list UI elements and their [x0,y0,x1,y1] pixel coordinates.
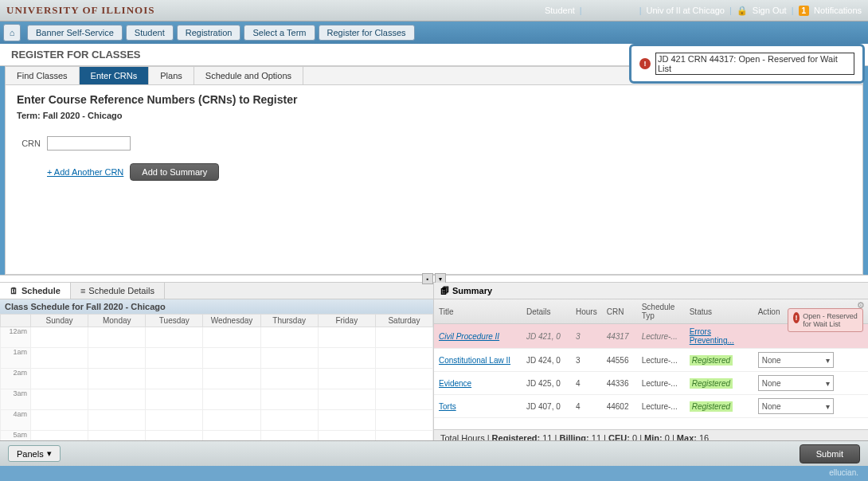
tab-schedule-details-label: Schedule Details [88,286,154,295]
tab-schedule-details[interactable]: ≡Schedule Details [71,283,165,299]
notification-count[interactable]: 1 [799,6,810,16]
status-registered: Registered [690,401,733,412]
row-error-tooltip: ! Open - Reserved for Wait List [788,308,863,332]
action-select[interactable]: None▾ [758,352,834,368]
separator: | [729,6,732,15]
add-to-summary-button[interactable]: Add to Summary [130,163,219,181]
main-panel: Find Classes Enter CRNs Plans Schedule a… [5,66,863,275]
course-stype: Lecture-... [637,395,685,418]
day-header: Thursday [260,315,318,327]
course-details: JD 425, 0 [522,372,571,395]
day-header: Monday [88,315,146,327]
schedule-tabs: 🗓Schedule ≡Schedule Details [0,283,433,299]
time-label: 2am [1,369,31,389]
notifications-link[interactable]: Notifications [814,6,862,15]
action-value: None [762,356,781,365]
calendar-table: Sunday Monday Tuesday Wednesday Thursday… [0,314,433,446]
crumb[interactable]: Registration [177,25,241,41]
summary-icon: 🗐 [440,286,449,295]
tab-find-classes[interactable]: Find Classes [6,67,80,84]
lower-panels: 🗓Schedule ≡Schedule Details Class Schedu… [0,283,868,446]
error-icon: ! [793,312,800,323]
content-area: Enter Course Reference Numbers (CRNs) to… [6,85,862,274]
course-details: JD 424, 0 [522,349,571,372]
course-stype: Lecture-... [637,372,685,395]
crn-label: CRN [17,139,41,148]
day-header: Sunday [31,315,88,327]
course-hours: 3 [571,349,602,372]
crumb[interactable]: Register for Classes [319,25,415,41]
status-registered: Registered [690,355,733,366]
calendar-grid[interactable]: Sunday Monday Tuesday Wednesday Thursday… [0,314,433,446]
crn-actions: + Add Another CRN Add to Summary [17,163,851,181]
tab-plans[interactable]: Plans [149,67,194,84]
calendar-icon: 🗓 [10,286,18,295]
table-row: Evidence JD 425, 0 4 44336 Lecture-... R… [434,372,868,395]
col-crn: CRN [602,299,637,324]
top-bar: UNIVERSITY OF ILLINOIS Student | | Univ … [0,0,868,22]
course-hours: 4 [571,395,602,418]
action-value: None [762,402,781,411]
table-row: Torts JD 407, 0 4 44602 Lecture-... Regi… [434,395,868,418]
summary-panel: 🗐 Summary ⚙ Title Details Hours CRN Sche… [434,283,868,446]
tab-schedule-options[interactable]: Schedule and Options [194,67,303,84]
chevron-down-icon: ▾ [47,448,52,459]
course-crn: 44556 [602,349,637,372]
list-icon: ≡ [80,286,85,295]
brand: UNIVERSITY OF ILLINOIS [6,4,154,17]
crumb[interactable]: Banner Self-Service [27,25,123,41]
course-title[interactable]: Constitutional Law II [434,349,522,372]
course-crn: 44602 [602,395,637,418]
time-label: 3am [1,389,31,410]
status-registered: Registered [690,378,733,389]
table-row: Constitutional Law II JD 424, 0 3 44556 … [434,349,868,372]
add-another-crn-link[interactable]: + Add Another CRN [47,167,123,177]
crn-row: CRN [17,136,851,151]
crn-input[interactable] [47,136,131,151]
course-hours: 4 [571,372,602,395]
vendor-footer: ellucian. [0,466,868,481]
status-error[interactable]: Errors Preventing... [690,327,734,345]
col-details: Details [522,299,571,324]
course-title[interactable]: Civil Procedure II [434,324,522,349]
notification-message: JD 421 CRN 44317: Open - Reserved for Wa… [655,53,854,75]
course-title[interactable]: Evidence [434,372,522,395]
row-error-text: Open - Reserved for Wait List [803,312,858,328]
campus-link[interactable]: Univ of Il at Chicago [647,6,725,15]
submit-button[interactable]: Submit [800,444,860,463]
chevron-down-icon: ▾ [826,379,830,388]
time-label: 12am [1,327,31,348]
panels-label: Panels [17,449,44,459]
time-label: 4am [1,410,31,431]
term-label: Term: Fall 2020 - Chicago [17,111,851,120]
chevron-up-icon[interactable]: ▪ [422,273,433,284]
chevron-down-icon: ▾ [826,402,830,411]
signout-link[interactable]: Sign Out [753,6,787,15]
breadcrumb-bar: ⌂ Banner Self-Service Student Registrati… [0,22,868,44]
error-icon: ! [639,58,651,69]
crumb[interactable]: Student [126,25,174,41]
panels-button[interactable]: Panels▾ [8,445,61,462]
tab-schedule[interactable]: 🗓Schedule [0,283,71,299]
action-select[interactable]: None▾ [758,398,834,414]
course-crn: 44336 [602,372,637,395]
course-details: JD 421, 0 [522,324,571,349]
tab-schedule-label: Schedule [22,286,61,295]
content-heading: Enter Course Reference Numbers (CRNs) to… [17,93,851,106]
top-links: Student | | Univ of Il at Chicago | 🔒 Si… [545,6,862,16]
col-hours: Hours [571,299,602,324]
col-schedule-type: Schedule Typ [637,299,685,324]
home-icon[interactable]: ⌂ [3,24,21,41]
student-link[interactable]: Student [545,6,575,15]
tab-enter-crns[interactable]: Enter CRNs [80,67,150,84]
crumb[interactable]: Select a Term [244,25,315,41]
schedule-panel: 🗓Schedule ≡Schedule Details Class Schedu… [0,283,434,446]
schedule-title: Class Schedule for Fall 2020 - Chicago [0,299,433,314]
time-label: 1am [1,348,31,369]
action-select[interactable]: None▾ [758,375,834,391]
day-header: Tuesday [146,315,203,327]
panel-divider[interactable]: ▪ ▾ [0,275,868,283]
day-header: Wednesday [203,315,260,327]
col-title: Title [434,299,522,324]
course-title[interactable]: Torts [434,395,522,418]
